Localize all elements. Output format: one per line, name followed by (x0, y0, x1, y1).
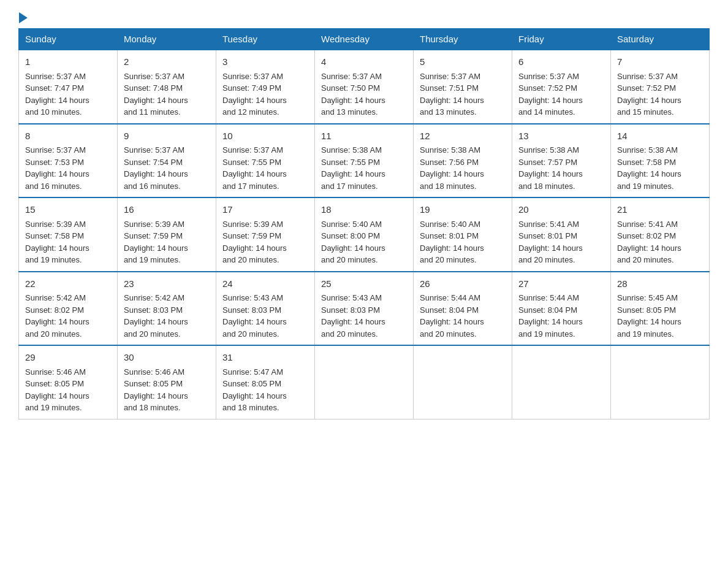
calendar-week-row: 22 Sunrise: 5:42 AM Sunset: 8:02 PM Dayl… (19, 272, 710, 346)
calendar-cell: 17 Sunrise: 5:39 AM Sunset: 7:59 PM Dayl… (216, 197, 315, 272)
calendar-cell: 20 Sunrise: 5:41 AM Sunset: 8:01 PM Dayl… (512, 197, 611, 272)
calendar-cell: 10 Sunrise: 5:37 AM Sunset: 7:55 PM Dayl… (216, 124, 315, 198)
sunrise-label: Sunrise: 5:46 AM (25, 367, 86, 377)
sunrise-label: Sunrise: 5:37 AM (321, 72, 382, 81)
sunrise-label: Sunrise: 5:37 AM (518, 72, 579, 81)
calendar-table: SundayMondayTuesdayWednesdayThursdayFrid… (18, 28, 710, 419)
calendar-cell: 14 Sunrise: 5:38 AM Sunset: 7:58 PM Dayl… (611, 124, 710, 198)
daylight-minutes: and 20 minutes. (518, 255, 575, 264)
daylight-label: Daylight: 14 hours (518, 96, 583, 105)
daylight-minutes: and 11 minutes. (124, 107, 181, 117)
daylight-minutes: and 20 minutes. (321, 255, 378, 264)
daylight-label: Daylight: 14 hours (321, 96, 385, 105)
daylight-minutes: and 19 minutes. (25, 255, 82, 264)
weekday-header-sunday: Sunday (19, 29, 118, 50)
sunset-label: Sunset: 7:52 PM (617, 83, 676, 93)
sunrise-label: Sunrise: 5:38 AM (321, 145, 382, 155)
calendar-cell (315, 345, 414, 419)
daylight-label: Daylight: 14 hours (124, 96, 188, 105)
daylight-minutes: and 20 minutes. (124, 329, 181, 339)
sunset-label: Sunset: 7:52 PM (518, 83, 577, 93)
day-number: 25 (321, 277, 407, 291)
sunset-label: Sunset: 7:53 PM (25, 158, 84, 167)
daylight-minutes: and 20 minutes. (222, 255, 279, 264)
day-number: 1 (25, 55, 111, 69)
sunset-label: Sunset: 7:59 PM (124, 231, 183, 240)
sunset-label: Sunset: 8:05 PM (222, 379, 281, 388)
daylight-minutes: and 14 minutes. (518, 107, 575, 117)
calendar-cell: 2 Sunrise: 5:37 AM Sunset: 7:48 PM Dayli… (118, 50, 216, 124)
daylight-minutes: and 17 minutes. (321, 182, 378, 191)
daylight-minutes: and 19 minutes. (518, 329, 575, 339)
day-number: 11 (321, 129, 407, 144)
sunset-label: Sunset: 7:49 PM (222, 83, 281, 93)
daylight-label: Daylight: 14 hours (518, 243, 583, 253)
day-number: 14 (617, 129, 703, 144)
day-number: 31 (222, 351, 308, 365)
sunset-label: Sunset: 8:01 PM (420, 231, 479, 240)
day-number: 3 (222, 55, 308, 69)
daylight-minutes: and 20 minutes. (25, 329, 82, 339)
sunset-label: Sunset: 8:03 PM (124, 305, 183, 315)
sunrise-label: Sunrise: 5:37 AM (617, 72, 678, 81)
sunrise-label: Sunrise: 5:37 AM (124, 72, 184, 81)
sunrise-label: Sunrise: 5:47 AM (222, 367, 283, 377)
calendar-cell: 28 Sunrise: 5:45 AM Sunset: 8:05 PM Dayl… (611, 272, 710, 346)
daylight-minutes: and 19 minutes. (617, 182, 674, 191)
day-number: 17 (222, 203, 308, 217)
calendar-cell: 23 Sunrise: 5:42 AM Sunset: 8:03 PM Dayl… (118, 272, 216, 346)
sunrise-label: Sunrise: 5:43 AM (321, 293, 382, 302)
daylight-minutes: and 18 minutes. (124, 403, 181, 412)
daylight-label: Daylight: 14 hours (25, 169, 89, 178)
calendar-cell: 4 Sunrise: 5:37 AM Sunset: 7:50 PM Dayli… (315, 50, 414, 124)
weekday-header-monday: Monday (118, 29, 216, 50)
day-number: 18 (321, 203, 407, 217)
calendar-cell: 7 Sunrise: 5:37 AM Sunset: 7:52 PM Dayli… (611, 50, 710, 124)
weekday-header-tuesday: Tuesday (216, 29, 315, 50)
daylight-label: Daylight: 14 hours (617, 243, 681, 253)
calendar-cell (414, 345, 512, 419)
daylight-label: Daylight: 14 hours (25, 96, 89, 105)
day-number: 16 (124, 203, 210, 217)
daylight-label: Daylight: 14 hours (518, 317, 583, 326)
sunset-label: Sunset: 7:48 PM (124, 83, 183, 93)
calendar-cell: 22 Sunrise: 5:42 AM Sunset: 8:02 PM Dayl… (19, 272, 118, 346)
daylight-label: Daylight: 14 hours (124, 391, 188, 400)
calendar-cell (512, 345, 611, 419)
daylight-label: Daylight: 14 hours (222, 96, 287, 105)
sunrise-label: Sunrise: 5:45 AM (617, 293, 678, 302)
calendar-cell: 1 Sunrise: 5:37 AM Sunset: 7:47 PM Dayli… (19, 50, 118, 124)
daylight-minutes: and 16 minutes. (124, 182, 181, 191)
daylight-label: Daylight: 14 hours (321, 243, 385, 253)
sunset-label: Sunset: 8:01 PM (518, 231, 577, 240)
day-number: 30 (124, 351, 210, 365)
page-header (18, 12, 710, 21)
daylight-minutes: and 17 minutes. (222, 182, 279, 191)
sunrise-label: Sunrise: 5:42 AM (25, 293, 86, 302)
daylight-minutes: and 18 minutes. (222, 403, 279, 412)
calendar-header-row: SundayMondayTuesdayWednesdayThursdayFrid… (19, 29, 710, 50)
day-number: 12 (420, 129, 506, 144)
logo-arrow-icon (19, 12, 28, 23)
sunset-label: Sunset: 8:02 PM (617, 231, 676, 240)
calendar-cell: 24 Sunrise: 5:43 AM Sunset: 8:03 PM Dayl… (216, 272, 315, 346)
daylight-minutes: and 20 minutes. (222, 329, 279, 339)
sunrise-label: Sunrise: 5:37 AM (222, 72, 283, 81)
daylight-minutes: and 20 minutes. (420, 255, 477, 264)
sunset-label: Sunset: 8:05 PM (617, 305, 676, 315)
sunrise-label: Sunrise: 5:41 AM (617, 220, 678, 229)
sunrise-label: Sunrise: 5:37 AM (25, 72, 86, 81)
daylight-label: Daylight: 14 hours (321, 169, 385, 178)
sunrise-label: Sunrise: 5:37 AM (25, 145, 86, 155)
calendar-cell: 11 Sunrise: 5:38 AM Sunset: 7:55 PM Dayl… (315, 124, 414, 198)
daylight-label: Daylight: 14 hours (617, 317, 681, 326)
calendar-cell: 13 Sunrise: 5:38 AM Sunset: 7:57 PM Dayl… (512, 124, 611, 198)
daylight-label: Daylight: 14 hours (321, 317, 385, 326)
daylight-label: Daylight: 14 hours (124, 243, 188, 253)
sunset-label: Sunset: 7:57 PM (518, 158, 577, 167)
daylight-label: Daylight: 14 hours (222, 243, 287, 253)
daylight-minutes: and 18 minutes. (420, 182, 477, 191)
day-number: 19 (420, 203, 506, 217)
calendar-cell: 16 Sunrise: 5:39 AM Sunset: 7:59 PM Dayl… (118, 197, 216, 272)
sunset-label: Sunset: 7:54 PM (124, 158, 183, 167)
